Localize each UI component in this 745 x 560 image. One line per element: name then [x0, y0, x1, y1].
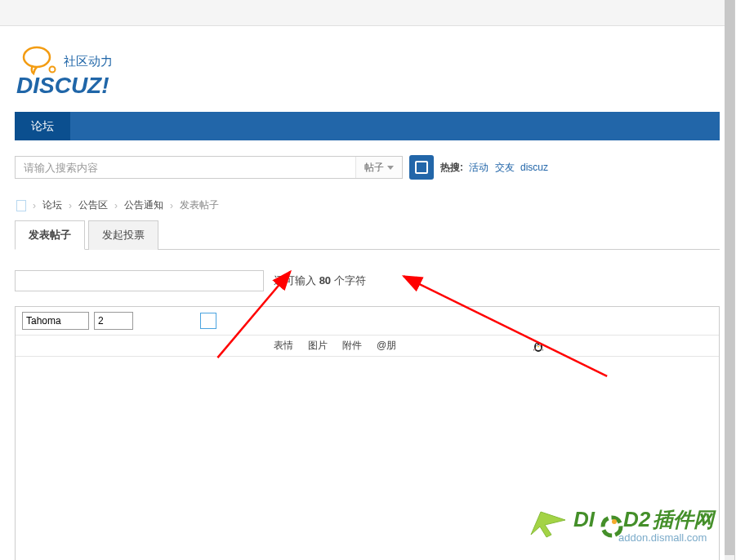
breadcrumb-sep: ›	[33, 200, 36, 211]
breadcrumb-announce-notice[interactable]: 公告通知	[124, 198, 163, 212]
editor-toolbar-row-1	[16, 307, 719, 336]
nav-forum[interactable]: 论坛	[15, 112, 70, 140]
char-suffix: 个字符	[331, 274, 366, 287]
window-header-bar	[0, 0, 734, 26]
breadcrumb-sep: ›	[170, 200, 173, 211]
toolbar-at-button[interactable]: @朋	[377, 339, 396, 353]
caret-down-icon	[387, 166, 394, 170]
hot-search: 热搜: 活动 交友 discuz	[440, 161, 548, 175]
font-family-input[interactable]	[22, 312, 89, 330]
search-icon	[415, 161, 428, 174]
breadcrumb-announce-area[interactable]: 公告区	[78, 198, 108, 212]
post-title-input[interactable]	[15, 270, 264, 291]
hot-link-2[interactable]: 交友	[495, 162, 515, 173]
char-prefix: 还可输入	[274, 274, 319, 287]
breadcrumb: › 论坛 › 公告区 › 公告通知 › 发表帖子	[0, 194, 734, 220]
search-input-wrap: 帖子	[15, 156, 403, 179]
search-input[interactable]	[16, 157, 355, 178]
svg-text:D2: D2	[623, 507, 651, 531]
svg-point-9	[539, 344, 540, 345]
svg-point-16	[612, 519, 617, 524]
hot-search-label: 热搜:	[440, 162, 463, 173]
svg-point-1	[50, 67, 56, 73]
toolbar-attachment-button[interactable]: 附件	[342, 339, 362, 353]
svg-point-0	[24, 47, 50, 67]
form-area: 还可输入 80 个字符	[0, 250, 734, 291]
svg-text:addon.dismall.com: addon.dismall.com	[618, 531, 707, 544]
tab-new-post[interactable]: 发表帖子	[15, 220, 85, 250]
main-nav: 论坛	[15, 112, 720, 140]
hot-link-3[interactable]: discuz	[520, 162, 548, 173]
font-size-input[interactable]	[94, 312, 133, 330]
svg-point-10	[538, 346, 539, 347]
hot-link-1[interactable]: 活动	[469, 162, 488, 173]
logo-area: 社区动力 DISCUZ!	[0, 26, 734, 112]
search-type-label: 帖子	[364, 161, 384, 175]
tab-new-poll[interactable]: 发起投票	[88, 220, 158, 250]
scrollbar-thumb[interactable]	[725, 0, 734, 555]
svg-text:DISCUZ!: DISCUZ!	[16, 73, 109, 98]
breadcrumb-sep: ›	[114, 200, 118, 211]
editor-toolbar-row-2: 表情 图片 附件 @朋	[16, 336, 719, 357]
title-row: 还可输入 80 个字符	[15, 270, 720, 291]
color-picker-button[interactable]	[200, 313, 216, 329]
svg-text:DI: DI	[573, 507, 596, 531]
char-count: 还可输入 80 个字符	[274, 273, 366, 288]
search-type-dropdown[interactable]: 帖子	[355, 157, 402, 178]
qq-icon[interactable]	[532, 340, 545, 353]
svg-text:插件网: 插件网	[652, 509, 716, 531]
discuz-logo: 社区动力 DISCUZ!	[16, 42, 155, 100]
toolbar-emoji-button[interactable]: 表情	[274, 339, 293, 353]
svg-point-5	[536, 345, 541, 350]
search-row: 帖子 热搜: 活动 交友 discuz	[0, 140, 734, 194]
watermark: DI D2 插件网 addon.dismall.com	[529, 502, 733, 552]
svg-point-8	[537, 344, 538, 345]
breadcrumb-sep: ›	[69, 200, 72, 211]
svg-text:社区动力: 社区动力	[64, 55, 113, 68]
char-limit: 80	[319, 274, 331, 287]
vertical-scrollbar[interactable]	[725, 0, 734, 560]
breadcrumb-current: 发表帖子	[180, 198, 219, 212]
post-tabs: 发表帖子 发起投票	[15, 220, 720, 250]
home-icon[interactable]	[16, 200, 26, 211]
search-button[interactable]	[409, 155, 434, 180]
breadcrumb-forum[interactable]: 论坛	[42, 198, 62, 212]
toolbar-image-button[interactable]: 图片	[308, 339, 328, 353]
